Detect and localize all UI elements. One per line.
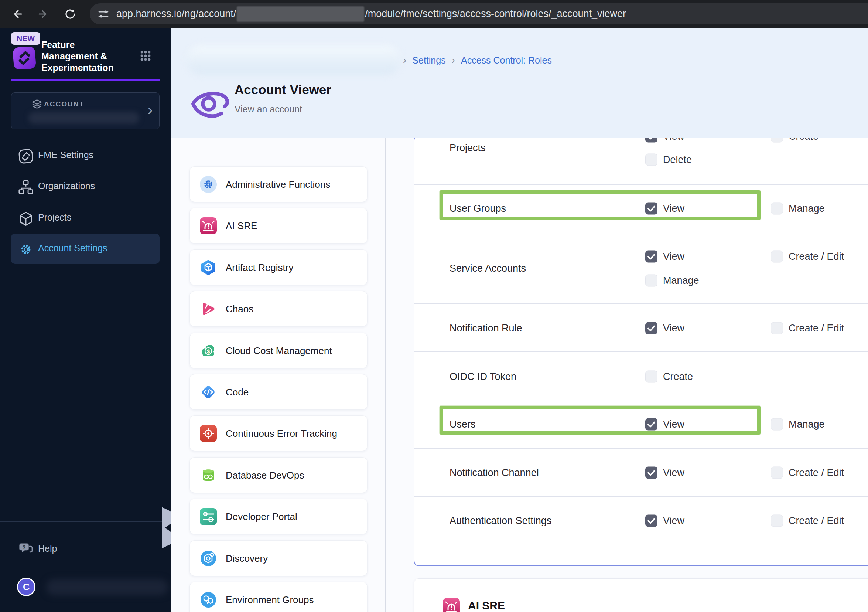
permission-row-notification-channel: Notification ChannelViewCreate / Edit — [414, 448, 868, 496]
dev-portal-icon — [200, 508, 217, 525]
permission-option: View — [645, 515, 684, 527]
category-label: AI SRE — [226, 220, 257, 232]
permission-option-label: Manage — [663, 275, 699, 286]
unchecked-checkbox[interactable] — [771, 515, 783, 527]
checked-checkbox[interactable] — [645, 138, 657, 143]
category-item-artifact-registry[interactable]: Artifact Registry — [189, 250, 367, 285]
resource-name: Notification Rule — [450, 323, 522, 334]
checked-checkbox[interactable] — [645, 322, 657, 334]
checked-checkbox[interactable] — [645, 515, 657, 527]
resource-name: Notification Channel — [450, 467, 539, 478]
permission-row-user-groups: User GroupsViewManage — [414, 184, 868, 231]
category-label: Chaos — [226, 303, 253, 315]
next-section-card[interactable]: AI SRE — [414, 578, 868, 612]
collapse-arrow-icon — [165, 523, 170, 532]
permission-row-oidc-id-token: OIDC ID TokenCreate — [414, 351, 868, 401]
checked-checkbox[interactable] — [645, 418, 657, 430]
brand-title: Feature Management & Experimentation — [41, 39, 114, 73]
permission-option-label: View — [663, 419, 684, 430]
permission-option: Manage — [771, 202, 825, 215]
unchecked-checkbox[interactable] — [645, 371, 657, 383]
sidebar-item-label: Projects — [38, 212, 71, 223]
permission-row-projects: ProjectsViewCreateDelete — [414, 138, 868, 184]
permission-option: View — [645, 202, 684, 215]
unchecked-checkbox[interactable] — [771, 418, 783, 430]
category-label: Administrative Functions — [226, 179, 330, 190]
checked-checkbox[interactable] — [645, 250, 657, 263]
unchecked-checkbox[interactable] — [771, 322, 783, 334]
url[interactable]: app.harness.io/ng/account//module/fme/se… — [116, 3, 626, 24]
category-item-developer-portal[interactable]: Developer Portal — [189, 499, 367, 534]
sidebar-divider — [0, 522, 171, 522]
sidebar-item-help[interactable]: ? Help — [0, 538, 171, 560]
permission-option: View — [645, 250, 684, 263]
category-item-database-devops[interactable]: Database DevOps — [189, 457, 367, 493]
artifact-icon — [200, 259, 217, 276]
help-chat-icon: ? — [18, 541, 34, 559]
unchecked-checkbox[interactable] — [771, 138, 783, 143]
category-item-cloud-cost-management[interactable]: $Cloud Cost Management — [189, 332, 367, 368]
category-label: Artifact Registry — [226, 262, 294, 273]
sidebar-item-projects[interactable]: Projects — [0, 207, 171, 229]
permission-option-label: Create — [663, 371, 693, 382]
unchecked-checkbox[interactable] — [771, 250, 783, 263]
category-item-continuous-error-tracking[interactable]: Continuous Error Tracking — [189, 415, 367, 451]
category-item-administrative-functions[interactable]: Administrative Functions — [189, 166, 367, 202]
unchecked-checkbox[interactable] — [771, 202, 783, 215]
gear-icon — [18, 241, 34, 259]
permission-option: Manage — [771, 418, 825, 430]
permission-option-label: Create / Edit — [789, 467, 844, 478]
permission-row-users: UsersViewManage — [414, 401, 868, 448]
resource-name: Projects — [450, 142, 486, 154]
category-label: Discovery — [226, 553, 268, 564]
sidebar-item-organizations[interactable]: Organizations — [0, 176, 171, 198]
permission-option: Create / Edit — [771, 250, 844, 263]
sidebar-item-fme-settings[interactable]: FME Settings — [0, 144, 171, 167]
ai-sre-icon — [443, 598, 459, 612]
site-settings-icon[interactable] — [96, 7, 110, 23]
unchecked-checkbox[interactable] — [771, 467, 783, 479]
app-grid-icon[interactable] — [140, 50, 152, 63]
breadcrumb-access-control-link[interactable]: Access Control: Roles — [461, 55, 552, 66]
new-badge: NEW — [11, 32, 40, 45]
resource-name: Service Accounts — [450, 263, 526, 274]
browser-forward-icon[interactable] — [36, 7, 51, 22]
permission-option-label: Create / Edit — [789, 515, 844, 527]
permission-option-label: View — [663, 251, 684, 263]
category-item-environment-groups[interactable]: Environment Groups — [189, 582, 367, 612]
sidebar-item-label: Organizations — [38, 181, 95, 191]
brand-accent-rule — [11, 79, 160, 81]
category-item-ai-sre[interactable]: AI SRE — [189, 208, 367, 244]
account-label: ACCOUNT — [44, 100, 84, 108]
permission-row-service-accounts: Service AccountsViewCreate / EditManage — [414, 231, 868, 303]
page-title: Account Viewer — [234, 82, 331, 97]
permission-option-label: View — [663, 138, 684, 142]
browser-toolbar: app.harness.io/ng/account//module/fme/se… — [0, 0, 868, 28]
browser-reload-icon[interactable] — [63, 7, 78, 22]
unchecked-checkbox[interactable] — [645, 154, 657, 166]
checked-checkbox[interactable] — [645, 467, 657, 479]
sidebar-item-account-settings[interactable]: Account Settings — [0, 238, 171, 260]
resource-name: Users — [450, 419, 476, 430]
address-bar[interactable]: app.harness.io/ng/account//module/fme/se… — [90, 3, 868, 24]
error-tracking-icon — [200, 425, 217, 442]
account-switcher[interactable]: ACCOUNT › — [11, 92, 160, 129]
permission-option: View — [645, 467, 684, 479]
avatar[interactable]: C — [17, 578, 36, 596]
category-item-discovery[interactable]: Discovery — [189, 540, 367, 576]
redacted-breadcrumb-root — [186, 45, 401, 74]
browser-back-icon[interactable] — [9, 7, 24, 22]
breadcrumb-settings-link[interactable]: Settings — [412, 55, 445, 66]
permission-row-notification-rule: Notification RuleViewCreate / Edit — [414, 303, 868, 351]
next-section-title: AI SRE — [468, 600, 505, 612]
fme-logo-icon[interactable] — [12, 46, 36, 70]
unchecked-checkbox[interactable] — [645, 275, 657, 287]
category-item-code[interactable]: Code — [189, 374, 367, 410]
category-item-chaos[interactable]: Chaos — [189, 291, 367, 327]
cloud-cost-icon: $ — [200, 342, 217, 359]
permission-option-label: Manage — [789, 203, 825, 214]
permission-option: Delete — [645, 154, 692, 166]
redacted-account-id — [237, 6, 364, 22]
permission-option-label: Create / Edit — [789, 323, 844, 334]
checked-checkbox[interactable] — [645, 202, 657, 215]
